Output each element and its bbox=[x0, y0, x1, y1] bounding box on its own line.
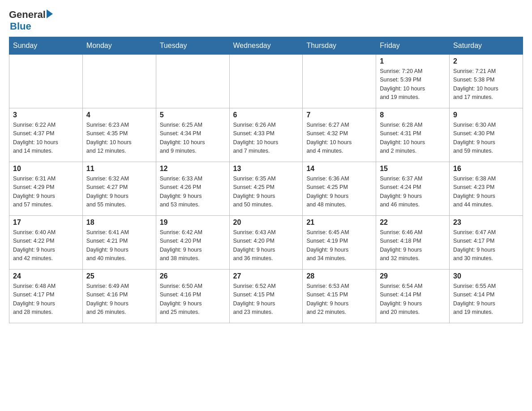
day-info: Sunrise: 6:50 AM Sunset: 4:16 PM Dayligh… bbox=[160, 282, 226, 317]
day-info: Sunrise: 6:54 AM Sunset: 4:14 PM Dayligh… bbox=[380, 282, 446, 317]
day-number: 29 bbox=[380, 272, 446, 280]
day-number: 13 bbox=[233, 165, 299, 173]
week-row-2: 3Sunrise: 6:22 AM Sunset: 4:37 PM Daylig… bbox=[9, 108, 523, 162]
day-number: 25 bbox=[86, 272, 152, 280]
day-number: 14 bbox=[306, 165, 372, 173]
day-cell-4: 4Sunrise: 6:23 AM Sunset: 4:35 PM Daylig… bbox=[82, 108, 156, 162]
day-number: 8 bbox=[380, 111, 446, 119]
day-info: Sunrise: 6:36 AM Sunset: 4:25 PM Dayligh… bbox=[306, 175, 372, 210]
day-cell-16: 16Sunrise: 6:38 AM Sunset: 4:23 PM Dayli… bbox=[450, 162, 523, 216]
day-info: Sunrise: 6:38 AM Sunset: 4:23 PM Dayligh… bbox=[453, 175, 519, 210]
day-number: 16 bbox=[453, 165, 519, 173]
day-info: Sunrise: 6:40 AM Sunset: 4:22 PM Dayligh… bbox=[13, 228, 79, 263]
weekday-header-tuesday: Tuesday bbox=[156, 37, 229, 55]
day-cell-17: 17Sunrise: 6:40 AM Sunset: 4:22 PM Dayli… bbox=[9, 216, 83, 270]
calendar-table: SundayMondayTuesdayWednesdayThursdayFrid… bbox=[9, 37, 523, 323]
day-info: Sunrise: 6:41 AM Sunset: 4:21 PM Dayligh… bbox=[86, 228, 152, 263]
day-info: Sunrise: 6:27 AM Sunset: 4:32 PM Dayligh… bbox=[306, 121, 372, 156]
day-number: 11 bbox=[86, 165, 152, 173]
day-info: Sunrise: 7:21 AM Sunset: 5:38 PM Dayligh… bbox=[453, 67, 519, 102]
day-number: 18 bbox=[86, 218, 152, 227]
day-number: 19 bbox=[160, 218, 226, 227]
day-info: Sunrise: 6:26 AM Sunset: 4:33 PM Dayligh… bbox=[233, 121, 299, 156]
day-cell-22: 22Sunrise: 6:46 AM Sunset: 4:18 PM Dayli… bbox=[376, 216, 450, 270]
day-number: 23 bbox=[453, 218, 519, 227]
empty-cell bbox=[303, 55, 376, 108]
day-number: 7 bbox=[306, 111, 372, 119]
day-number: 30 bbox=[453, 272, 519, 280]
empty-cell bbox=[82, 55, 156, 108]
day-info: Sunrise: 6:55 AM Sunset: 4:14 PM Dayligh… bbox=[453, 282, 519, 317]
day-number: 1 bbox=[380, 57, 446, 65]
day-number: 24 bbox=[13, 272, 79, 280]
day-info: Sunrise: 6:46 AM Sunset: 4:18 PM Dayligh… bbox=[380, 228, 446, 263]
week-row-4: 17Sunrise: 6:40 AM Sunset: 4:22 PM Dayli… bbox=[9, 216, 523, 270]
day-number: 17 bbox=[13, 218, 79, 227]
day-number: 27 bbox=[233, 272, 299, 280]
day-number: 4 bbox=[86, 111, 152, 119]
empty-cell bbox=[156, 55, 229, 108]
day-number: 20 bbox=[233, 218, 299, 227]
day-cell-13: 13Sunrise: 6:35 AM Sunset: 4:25 PM Dayli… bbox=[229, 162, 303, 216]
day-number: 26 bbox=[160, 272, 226, 280]
day-info: Sunrise: 6:25 AM Sunset: 4:34 PM Dayligh… bbox=[160, 121, 226, 156]
empty-cell bbox=[9, 55, 83, 108]
day-info: Sunrise: 6:22 AM Sunset: 4:37 PM Dayligh… bbox=[13, 121, 79, 156]
week-row-5: 24Sunrise: 6:48 AM Sunset: 4:17 PM Dayli… bbox=[9, 270, 523, 323]
day-cell-14: 14Sunrise: 6:36 AM Sunset: 4:25 PM Dayli… bbox=[303, 162, 376, 216]
day-info: Sunrise: 6:43 AM Sunset: 4:20 PM Dayligh… bbox=[233, 228, 299, 263]
day-cell-29: 29Sunrise: 6:54 AM Sunset: 4:14 PM Dayli… bbox=[376, 270, 450, 323]
day-cell-1: 1Sunrise: 7:20 AM Sunset: 5:39 PM Daylig… bbox=[376, 55, 450, 108]
day-cell-6: 6Sunrise: 6:26 AM Sunset: 4:33 PM Daylig… bbox=[229, 108, 303, 162]
header: General Blue bbox=[9, 9, 523, 32]
day-cell-9: 9Sunrise: 6:30 AM Sunset: 4:30 PM Daylig… bbox=[450, 108, 523, 162]
day-number: 28 bbox=[306, 272, 372, 280]
day-cell-15: 15Sunrise: 6:37 AM Sunset: 4:24 PM Dayli… bbox=[376, 162, 450, 216]
day-number: 3 bbox=[13, 111, 79, 119]
day-cell-30: 30Sunrise: 6:55 AM Sunset: 4:14 PM Dayli… bbox=[450, 270, 523, 323]
day-cell-20: 20Sunrise: 6:43 AM Sunset: 4:20 PM Dayli… bbox=[229, 216, 303, 270]
day-cell-18: 18Sunrise: 6:41 AM Sunset: 4:21 PM Dayli… bbox=[82, 216, 156, 270]
day-cell-26: 26Sunrise: 6:50 AM Sunset: 4:16 PM Dayli… bbox=[156, 270, 229, 323]
day-cell-7: 7Sunrise: 6:27 AM Sunset: 4:32 PM Daylig… bbox=[303, 108, 376, 162]
day-info: Sunrise: 6:23 AM Sunset: 4:35 PM Dayligh… bbox=[86, 121, 152, 156]
logo: General Blue bbox=[9, 9, 53, 32]
day-info: Sunrise: 6:30 AM Sunset: 4:30 PM Dayligh… bbox=[453, 121, 519, 156]
day-number: 15 bbox=[380, 165, 446, 173]
day-number: 2 bbox=[453, 57, 519, 65]
day-info: Sunrise: 6:47 AM Sunset: 4:17 PM Dayligh… bbox=[453, 228, 519, 263]
day-info: Sunrise: 6:45 AM Sunset: 4:19 PM Dayligh… bbox=[306, 228, 372, 263]
day-info: Sunrise: 6:33 AM Sunset: 4:26 PM Dayligh… bbox=[160, 175, 226, 210]
weekday-header-monday: Monday bbox=[82, 37, 156, 55]
day-cell-11: 11Sunrise: 6:32 AM Sunset: 4:27 PM Dayli… bbox=[82, 162, 156, 216]
weekday-header-saturday: Saturday bbox=[450, 37, 523, 55]
day-cell-24: 24Sunrise: 6:48 AM Sunset: 4:17 PM Dayli… bbox=[9, 270, 83, 323]
day-info: Sunrise: 6:35 AM Sunset: 4:25 PM Dayligh… bbox=[233, 175, 299, 210]
day-info: Sunrise: 6:37 AM Sunset: 4:24 PM Dayligh… bbox=[380, 175, 446, 210]
day-info: Sunrise: 6:32 AM Sunset: 4:27 PM Dayligh… bbox=[86, 175, 152, 210]
day-info: Sunrise: 6:28 AM Sunset: 4:31 PM Dayligh… bbox=[380, 121, 446, 156]
day-cell-27: 27Sunrise: 6:52 AM Sunset: 4:15 PM Dayli… bbox=[229, 270, 303, 323]
day-number: 10 bbox=[13, 165, 79, 173]
empty-cell bbox=[229, 55, 303, 108]
day-cell-21: 21Sunrise: 6:45 AM Sunset: 4:19 PM Dayli… bbox=[303, 216, 376, 270]
day-info: Sunrise: 6:52 AM Sunset: 4:15 PM Dayligh… bbox=[233, 282, 299, 317]
day-number: 9 bbox=[453, 111, 519, 119]
day-cell-12: 12Sunrise: 6:33 AM Sunset: 4:26 PM Dayli… bbox=[156, 162, 229, 216]
day-info: Sunrise: 7:20 AM Sunset: 5:39 PM Dayligh… bbox=[380, 67, 446, 102]
day-cell-28: 28Sunrise: 6:53 AM Sunset: 4:15 PM Dayli… bbox=[303, 270, 376, 323]
day-info: Sunrise: 6:31 AM Sunset: 4:29 PM Dayligh… bbox=[13, 175, 79, 210]
day-info: Sunrise: 6:49 AM Sunset: 4:16 PM Dayligh… bbox=[86, 282, 152, 317]
day-info: Sunrise: 6:53 AM Sunset: 4:15 PM Dayligh… bbox=[306, 282, 372, 317]
week-row-1: 1Sunrise: 7:20 AM Sunset: 5:39 PM Daylig… bbox=[9, 55, 523, 108]
weekday-header-wednesday: Wednesday bbox=[229, 37, 303, 55]
day-cell-19: 19Sunrise: 6:42 AM Sunset: 4:20 PM Dayli… bbox=[156, 216, 229, 270]
day-cell-5: 5Sunrise: 6:25 AM Sunset: 4:34 PM Daylig… bbox=[156, 108, 229, 162]
day-number: 6 bbox=[233, 111, 299, 119]
weekday-header-sunday: Sunday bbox=[9, 37, 83, 55]
day-info: Sunrise: 6:42 AM Sunset: 4:20 PM Dayligh… bbox=[160, 228, 226, 263]
day-number: 21 bbox=[306, 218, 372, 227]
day-number: 22 bbox=[380, 218, 446, 227]
logo-arrow-icon bbox=[47, 9, 53, 18]
day-number: 5 bbox=[160, 111, 226, 119]
